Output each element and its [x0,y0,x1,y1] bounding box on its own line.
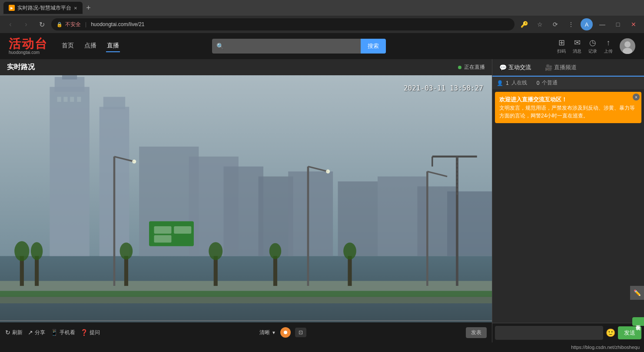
tab-interaction[interactable]: 💬 互动交流 [492,59,538,77]
video-controls-right: 发表 [466,327,487,338]
svg-rect-12 [63,97,67,102]
video-controls-left: ↻ 刷新 ↗ 分享 📱 手机看 ❓ 提问 [5,329,100,336]
record-button[interactable] [280,327,291,338]
pencil-tool-button[interactable]: ✏️ [630,286,644,300]
message-label: 消息 [573,48,581,54]
status-bar: https://blog.csdn.net/zhiboshequ [0,342,644,352]
announcement-content: 欢迎进入直播交流互动区！ 文明发言，规范用语，严禁发布涉及到反动、涉黄、暴力等方… [499,95,637,120]
browser-controls: ‹ › ↻ 🔒 不安全 | huodongtai.com/live/21 🔑 ☆… [0,16,644,33]
screen-record-button[interactable]: 画面录制 [632,317,644,326]
new-tab-button[interactable]: + [83,2,95,14]
svg-point-35 [326,170,330,174]
svg-rect-10 [62,75,77,80]
screenshot-icon: ⊡ [299,329,303,335]
person-icon: 👤 [497,80,503,86]
svg-rect-7 [0,291,492,297]
svg-rect-46 [124,256,128,286]
video-player[interactable]: 2021-03-11 13:58:27 [0,75,492,322]
avatar-image [620,38,635,54]
live-badge: 正在直播 [458,64,485,71]
chat-input-area: 🙂 发送 [492,323,644,342]
send-button[interactable]: 发送 [618,326,641,339]
video-controls-center: 清晰 ▼ ⊡ [259,327,306,338]
online-count: 1 [506,80,509,86]
password-manager-icon[interactable]: 🔑 [518,18,530,30]
share-label: 分享 [35,329,45,336]
logo[interactable]: 活动台 huodongtai.com [9,38,48,55]
minimize-icon[interactable]: — [596,18,608,30]
nav-vod[interactable]: 点播 [83,40,97,52]
svg-point-45 [31,242,43,260]
refresh-control[interactable]: ↻ 刷新 [5,329,23,336]
upload-button[interactable]: ↑ 上传 [604,38,613,54]
svg-rect-16 [103,97,125,110]
qr-scan-button[interactable]: ⊞ 扫码 [557,38,566,54]
message-icon: ✉ [574,38,581,47]
svg-rect-11 [57,97,61,102]
tab-favicon: ▶ [9,5,15,11]
tab-channel[interactable]: 🎥 直播频道 [538,59,584,76]
page-content: 实时路况 正在直播 [0,59,644,352]
logo-text: 活动台 [9,38,48,50]
search-button[interactable]: 搜索 [361,39,386,54]
url-text: huodongtai.com/live/21 [91,21,144,27]
users-bar: 👤 1 人在线 0 个普通 [492,77,644,89]
video-title: 实时路况 [7,63,35,72]
profile-icon[interactable]: A [581,18,593,30]
mobile-view-control[interactable]: 📱 手机看 [50,329,75,336]
quality-label: 清晰 [259,329,270,336]
svg-rect-48 [214,256,218,286]
quality-selector[interactable]: 清晰 ▼ [259,329,276,336]
svg-rect-52 [348,256,352,286]
live-badge-text: 正在直播 [464,64,485,71]
tab-bar: ▶ 实时路况-智慧城市平台 × + [0,0,644,16]
active-tab[interactable]: ▶ 实时路况-智慧城市平台 × [3,2,83,14]
chat-messages[interactable] [492,126,644,323]
svg-point-47 [120,243,133,260]
history-button[interactable]: ◷ 记录 [588,38,597,54]
tab-close-button[interactable]: × [74,5,77,11]
maximize-icon[interactable]: □ [612,18,624,30]
svg-rect-13 [70,97,74,102]
bookmark-icon[interactable]: ☆ [534,18,546,30]
refresh-button[interactable]: ↻ [36,18,48,30]
nav-home[interactable]: 首页 [61,40,75,52]
svg-rect-50 [273,256,277,286]
fans-label: 个普通 [542,79,558,87]
user-avatar[interactable] [620,38,635,54]
svg-rect-8 [50,87,89,256]
history-icon: ◷ [589,38,596,47]
status-url: https://blog.csdn.net/zhiboshequ [571,345,640,350]
mobile-label: 手机看 [60,329,75,336]
city-skyline [0,75,492,322]
svg-rect-29 [174,226,191,234]
tab-title: 实时路况-智慧城市平台 [17,4,71,12]
video-background: 2021-03-11 13:58:27 [0,75,492,322]
message-button[interactable]: ✉ 消息 [573,38,581,54]
announcement-box: × 欢迎进入直播交流互动区！ 文明发言，规范用语，严禁发布涉及到反动、涉黄、暴力… [495,92,641,123]
announcement-close-button[interactable]: × [633,94,640,101]
svg-rect-28 [154,235,171,242]
address-bar[interactable]: 🔒 不安全 | huodongtai.com/live/21 [51,18,515,30]
screenshot-button[interactable]: ⊡ [295,328,306,337]
question-control[interactable]: ❓ 提问 [80,329,100,336]
refresh-icon: ↻ [5,329,10,336]
chat-input[interactable] [495,326,603,340]
corner-tools: ✏️ [630,286,644,300]
nav-live[interactable]: 直播 [106,40,120,52]
announcement-title: 欢迎进入直播交流互动区！ [499,95,637,104]
svg-point-32 [132,160,136,164]
svg-rect-14 [77,97,81,102]
search-input[interactable] [212,39,361,54]
back-button[interactable]: ‹ [4,18,17,30]
qr-icon: ⊞ [558,38,565,47]
extension-icon[interactable]: ⋮ [565,18,577,30]
emoji-button[interactable]: 🙂 [606,328,615,338]
publish-button[interactable]: 发表 [466,327,487,338]
forward-button[interactable]: › [20,18,32,30]
close-window-icon[interactable]: ✕ [627,18,640,30]
sync-icon[interactable]: ⟳ [549,18,561,30]
question-icon: ❓ [80,329,88,336]
qr-label: 扫码 [557,48,566,54]
share-control[interactable]: ↗ 分享 [28,329,45,336]
